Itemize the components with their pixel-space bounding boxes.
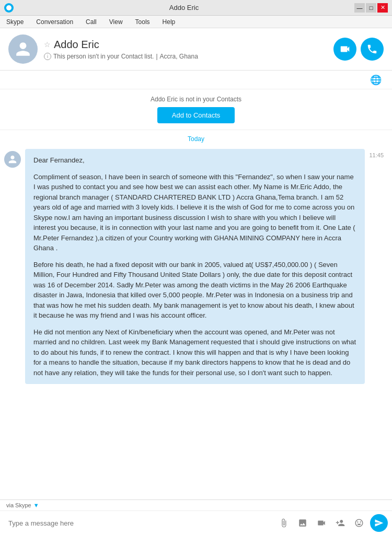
separator: | (156, 53, 157, 60)
input-row (0, 510, 392, 535)
send-icon (374, 518, 384, 528)
profile-subtitle: i This person isn't in your Contact list… (44, 53, 333, 60)
message-p4: He did not mention any Next of Kin/benef… (33, 327, 356, 378)
add-person-icon (336, 518, 345, 528)
menu-skype[interactable]: Skype (4, 17, 26, 27)
maximize-button[interactable]: □ (366, 3, 376, 13)
location-text: Accra, Ghana (160, 53, 198, 60)
image-icon (298, 518, 307, 528)
info-icon: i (44, 53, 51, 60)
add-contacts-bar: Addo Eric is not in your Contacts Add to… (0, 89, 392, 130)
via-skype-bar: via Skype ▼ (0, 500, 392, 510)
date-separator: Today (0, 130, 392, 147)
message-time: 11:45 (369, 149, 384, 158)
title-bar: Addo Eric — □ ✕ (0, 0, 392, 16)
profile-header: ☆ Addo Eric i This person isn't in your … (0, 28, 392, 71)
image-button[interactable] (295, 515, 310, 531)
message-row: Dear Fernandez, Compliment of season, I … (0, 147, 392, 386)
video-msg-icon (317, 518, 326, 528)
minimize-button[interactable]: — (354, 3, 365, 13)
video-icon (339, 43, 351, 55)
profile-name-row: ☆ Addo Eric (44, 39, 333, 51)
profile-info: ☆ Addo Eric i This person isn't in your … (44, 39, 333, 60)
call-button[interactable] (361, 38, 384, 61)
via-skype-dropdown[interactable]: ▼ (33, 502, 39, 508)
video-message-button[interactable] (314, 515, 329, 531)
chat-area[interactable]: Today Dear Fernandez, Compliment of seas… (0, 130, 392, 443)
not-in-contacts-message: Addo Eric is not in your Contacts (8, 96, 384, 103)
message-p2: Compliment of season, I have been in sea… (33, 172, 356, 253)
message-bubble: Dear Fernandez, Compliment of season, I … (25, 149, 365, 384)
attach-file-button[interactable] (276, 515, 292, 531)
globe-icon: 🌐 (370, 74, 382, 86)
menu-view[interactable]: View (107, 17, 125, 27)
menu-bar: Skype Conversation Call View Tools Help (0, 16, 392, 28)
via-label: via Skype (6, 502, 31, 508)
menu-call[interactable]: Call (84, 17, 99, 27)
send-button[interactable] (370, 514, 388, 532)
app-icon (4, 3, 14, 13)
window-title: Addo Eric (14, 4, 354, 11)
star-icon[interactable]: ☆ (44, 40, 51, 49)
profile-name: Addo Eric (54, 39, 99, 51)
profile-actions (333, 38, 384, 61)
add-contact-button[interactable] (332, 515, 348, 531)
menu-tools[interactable]: Tools (133, 17, 152, 27)
window-controls: — □ ✕ (354, 3, 388, 13)
emoji-button[interactable] (351, 515, 367, 531)
sender-avatar (4, 151, 21, 168)
menu-conversation[interactable]: Conversation (34, 17, 75, 27)
phone-icon (366, 43, 378, 55)
video-call-button[interactable] (333, 38, 356, 61)
attach-icon (279, 518, 289, 528)
avatar (8, 34, 38, 64)
emoji-icon (354, 518, 364, 528)
input-area: via Skype ▼ (0, 499, 392, 535)
menu-help[interactable]: Help (160, 17, 178, 27)
message-p3: Before his death, he had a fixed deposit… (33, 260, 356, 321)
not-in-contact-text: This person isn't in your Contact list. (53, 53, 154, 60)
message-p1: Dear Fernandez, (33, 155, 356, 166)
add-to-contacts-button[interactable]: Add to Contacts (157, 107, 235, 123)
globe-row: 🌐 (0, 71, 392, 89)
svg-point-0 (6, 5, 11, 10)
message-input[interactable] (4, 517, 273, 529)
close-button[interactable]: ✕ (377, 3, 388, 13)
